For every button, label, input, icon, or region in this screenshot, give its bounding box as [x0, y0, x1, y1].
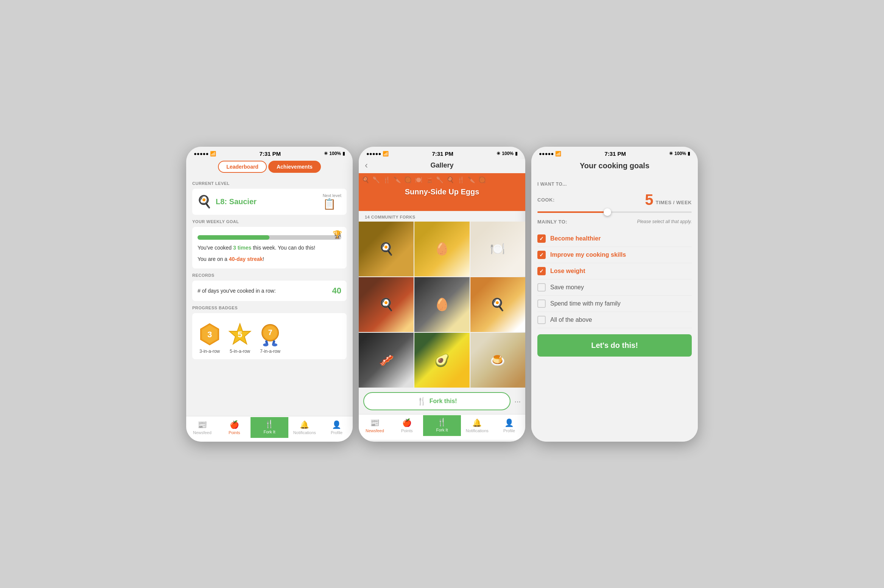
badge-5: 5 5-in-a-row: [228, 322, 252, 354]
notifications-icon-2: 🔔: [472, 418, 482, 427]
checkbox-all[interactable]: [537, 316, 546, 324]
level-section: 🍳 L8: Saucier Next level: 📋: [192, 189, 347, 215]
mainly-to-label: MAINLY TO:: [537, 219, 567, 225]
goal-family-time[interactable]: Spend time with my family: [537, 296, 692, 312]
battery-area-3: ✳ 100% ▮: [669, 151, 690, 156]
cooking-goals-title: Your cooking goals: [580, 161, 649, 170]
records-section: # of days you've cooked in a row: 40: [192, 281, 347, 301]
photo-cell-1[interactable]: 🍳: [359, 222, 414, 276]
tab-leaderboard[interactable]: Leaderboard: [218, 161, 267, 173]
fork-this-label: Fork this!: [430, 398, 457, 405]
signal-dots: ●●●●●: [194, 151, 209, 157]
cook-label: COOK:: [537, 197, 555, 203]
badge-5-label: 5-in-a-row: [230, 349, 250, 354]
community-forks-label: 14 COMMUNITY FORKS: [359, 211, 525, 222]
hero-icon-2: 🥄: [372, 176, 380, 208]
goal-improve-cooking[interactable]: ✓ Improve my cooking skills: [537, 247, 692, 263]
photo-6: 🍳: [470, 277, 525, 332]
level-name: L8: Saucier: [216, 197, 257, 206]
photo-cell-2[interactable]: 🥚: [414, 222, 469, 276]
goal-label-all: All of the above: [550, 316, 592, 323]
photo-cell-4[interactable]: 🍳: [359, 277, 414, 332]
newsfeed-icon-1: 📰: [198, 420, 207, 429]
slider-thumb[interactable]: [604, 208, 611, 216]
checkbox-cooking[interactable]: ✓: [537, 251, 546, 259]
checkbox-weight[interactable]: ✓: [537, 267, 546, 275]
goal-label-money: Save money: [550, 284, 584, 291]
hero-icon-1: 🍳: [362, 176, 369, 208]
photo-cell-7[interactable]: 🥓: [359, 333, 414, 388]
badge-7: 7 7-in-a-row: [258, 322, 282, 354]
battery-label-1: 100%: [329, 151, 341, 156]
tab-achievements[interactable]: Achievements: [268, 161, 321, 173]
points-icon-1: 🍎: [230, 420, 239, 429]
goal-save-money[interactable]: Save money: [537, 279, 692, 296]
lets-do-this-button[interactable]: Let's do this!: [537, 334, 692, 357]
badge-3-hex: 3: [198, 322, 222, 346]
profile-icon-1: 👤: [332, 420, 341, 429]
select-all-text: Please select all that apply.: [637, 219, 692, 224]
wifi-icon: 📶: [210, 151, 216, 157]
photo-5: 🥚: [414, 277, 469, 332]
cup-icon: 🏆: [333, 230, 342, 239]
status-bar-2: ●●●●● 📶 7:31 PM ✳ 100% ▮: [359, 147, 525, 159]
signal-area: ●●●●● 📶: [194, 151, 216, 157]
cooking-goals-body: I WANT TO... COOK: 5 TIMES / WEEK MAINLY…: [531, 175, 698, 442]
nav-profile-2[interactable]: 👤 Profile: [493, 417, 525, 436]
weekly-pre-text: You've cooked: [198, 245, 233, 251]
nav-newsfeed-1[interactable]: 📰 Newsfeed: [186, 419, 218, 438]
checkbox-healthier[interactable]: ✓: [537, 234, 546, 243]
weekly-times: 3 times: [233, 245, 251, 251]
cook-frequency-slider[interactable]: [537, 211, 692, 213]
next-level-area: Next level: 📋: [323, 193, 342, 210]
signal-area-3: ●●●●● 📶: [539, 151, 561, 157]
achievements-body: CURRENT LEVEL 🍳 L8: Saucier Next level: …: [186, 177, 353, 416]
gallery-title: Gallery: [430, 161, 453, 169]
weekly-streak-text: You are on a 40-day streak!: [198, 255, 341, 263]
streak-value: 40-day streak: [229, 256, 263, 262]
nav-notifications-1[interactable]: 🔔 Notifications: [288, 419, 321, 438]
goal-become-healthier[interactable]: ✓ Become healthier: [537, 231, 692, 247]
points-icon-2: 🍎: [402, 418, 412, 427]
time-display-1: 7:31 PM: [259, 150, 281, 157]
nav-points-2[interactable]: 🍎 Points: [391, 417, 423, 436]
hero-icon-12: 🥘: [478, 176, 486, 208]
photo-cell-6[interactable]: 🍳: [470, 277, 525, 332]
cook-times: TIMES / WEEK: [655, 200, 692, 205]
photo-cell-3[interactable]: 🍽️: [470, 222, 525, 276]
level-left: 🍳 L8: Saucier: [197, 194, 257, 209]
nav-profile-1[interactable]: 👤 Profile: [321, 419, 353, 438]
fork-this-button[interactable]: 🍴 Fork this!: [363, 392, 510, 410]
photo-cell-5[interactable]: 🥚: [414, 277, 469, 332]
photo-9: 🍮: [470, 333, 525, 388]
photo-4: 🍳: [359, 277, 414, 332]
weekly-post-text: this week. You can do this!: [251, 245, 315, 251]
nav-forkit-2[interactable]: 🍴 Fork It: [423, 415, 461, 436]
checkbox-money[interactable]: [537, 283, 546, 292]
goal-all-above[interactable]: All of the above: [537, 312, 692, 328]
photo-grid: 🍳 🥚 🍽️ 🍳 🥚 🍳 🥓 🥑: [359, 222, 525, 389]
badges-label: PROGRESS BADGES: [192, 306, 347, 310]
back-button[interactable]: ‹: [365, 160, 368, 171]
status-bar-1: ●●●●● 📶 7:31 PM ✳ 100% ▮: [186, 147, 353, 159]
current-level-label: CURRENT LEVEL: [192, 181, 347, 186]
photo-cell-8[interactable]: 🥑: [414, 333, 469, 388]
nav-forkit-1[interactable]: 🍴 Fork It: [251, 417, 289, 438]
nav-points-1[interactable]: 🍎 Points: [218, 419, 251, 438]
check-icon-healthier: ✓: [539, 236, 544, 242]
checkbox-family[interactable]: [537, 299, 546, 308]
records-label: RECORDS: [192, 273, 347, 278]
nav-notifications-2[interactable]: 🔔 Notifications: [461, 417, 493, 436]
notifications-icon-1: 🔔: [300, 420, 309, 429]
svg-point-11: [272, 343, 277, 346]
bluetooth-icon-1: ✳: [324, 151, 328, 156]
i-want-label: I WANT TO...: [537, 182, 692, 187]
status-bar-3: ●●●●● 📶 7:31 PM ✳ 100% ▮: [531, 147, 698, 159]
more-button[interactable]: ···: [514, 397, 521, 406]
goal-lose-weight[interactable]: ✓ Lose weight: [537, 263, 692, 279]
photo-cell-9[interactable]: 🍮: [470, 333, 525, 388]
nav-newsfeed-2[interactable]: 📰 Newsfeed: [359, 417, 391, 436]
screen2-phone: ●●●●● 📶 7:31 PM ✳ 100% ▮ ‹ Gallery 🍳 🥄 🍴…: [359, 147, 525, 442]
badge-3-label: 3-in-a-row: [199, 349, 220, 354]
photo-7: 🥓: [359, 333, 414, 388]
